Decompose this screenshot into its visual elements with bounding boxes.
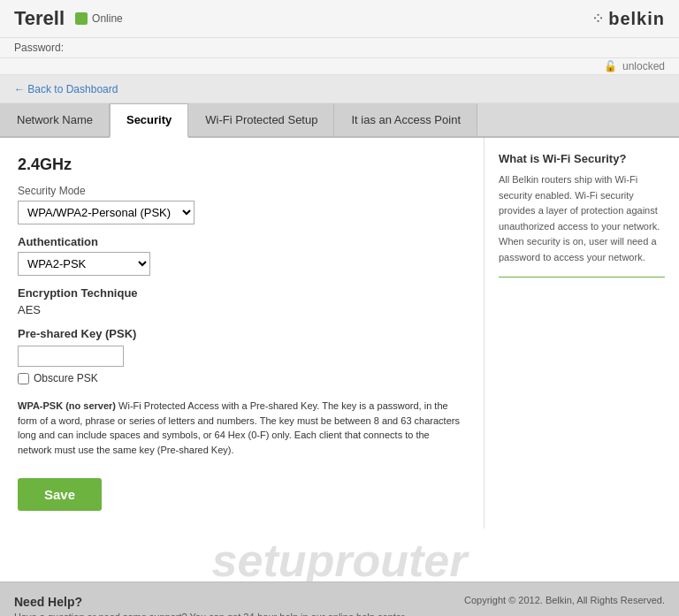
psk-input[interactable] [18,346,124,367]
watermark-area: setuprouter [0,529,679,582]
footer-need-help-title: Need Help? [14,595,407,609]
belkin-logo: belkin [608,9,665,29]
tab-wifi-protected-setup[interactable]: Wi-Fi Protected Setup [188,103,334,136]
password-label: Password: [14,42,64,54]
save-button[interactable]: Save [18,478,102,511]
main-content: 2.4GHz Security Mode WPA/WPA2-Personal (… [0,138,679,529]
description-text: WPA-PSK (no server) Wi-Fi Protected Acce… [18,399,466,457]
footer-need-help-text: Have a question or need some support? Yo… [14,612,407,616]
app-title: Terell [14,7,65,30]
copyright-text: Copyright © 2012. Belkin, All Rights Res… [464,595,665,605]
status-label: Online [92,12,123,25]
footer-copyright: Copyright © 2012. Belkin, All Rights Res… [464,595,665,605]
unlocked-label: unlocked [622,60,665,72]
security-mode-select[interactable]: WPA/WPA2-Personal (PSK) WPA2-Personal (P… [18,201,195,224]
help-divider [499,277,665,278]
tabs-bar: Network Name Security Wi-Fi Protected Se… [0,103,679,138]
authentication-label: Authentication [18,235,466,248]
online-dot [75,12,88,25]
back-to-dashboard-link[interactable]: ← Back to Dashboard [14,83,118,95]
right-panel: What is Wi-Fi Security? All Belkin route… [484,138,679,529]
description-bold: WPA-PSK (no server) [18,400,116,411]
watermark-text: setuprouter [212,534,468,582]
encryption-value: AES [18,303,466,316]
tab-access-point[interactable]: It ias an Access Point [334,103,477,136]
password-row: Password: [0,38,679,58]
help-title: What is Wi-Fi Security? [499,152,665,165]
authentication-select[interactable]: WPA2-PSK WPA-PSK WPA2/WPA-PSK [18,252,150,276]
psk-label: Pre-shared Key (PSK) [18,327,466,340]
obscure-psk-checkbox[interactable] [18,373,29,384]
obscure-row: Obscure PSK [18,372,466,384]
back-nav: ← Back to Dashboard [0,75,679,103]
footer: Need Help? Have a question or need some … [0,582,679,616]
encryption-label: Encryption Technique [18,286,466,300]
tab-security[interactable]: Security [110,103,188,138]
header: Terell Online ⁘ belkin [0,0,679,38]
left-panel: 2.4GHz Security Mode WPA/WPA2-Personal (… [0,138,484,529]
belkin-dots-icon: ⁘ [591,9,605,28]
lock-icon: 🔓 [604,60,617,72]
header-right: ⁘ belkin [591,9,665,29]
help-text: All Belkin routers ship with Wi-Fi secur… [499,172,665,266]
obscure-psk-label: Obscure PSK [34,372,98,384]
section-title: 2.4GHz [18,156,466,174]
footer-left: Need Help? Have a question or need some … [14,595,407,616]
security-mode-label: Security Mode [18,185,466,197]
header-left: Terell Online [14,7,123,30]
status-indicator: Online [75,12,123,25]
tab-network-name[interactable]: Network Name [0,103,110,136]
unlocked-row: 🔓 unlocked [0,58,679,75]
